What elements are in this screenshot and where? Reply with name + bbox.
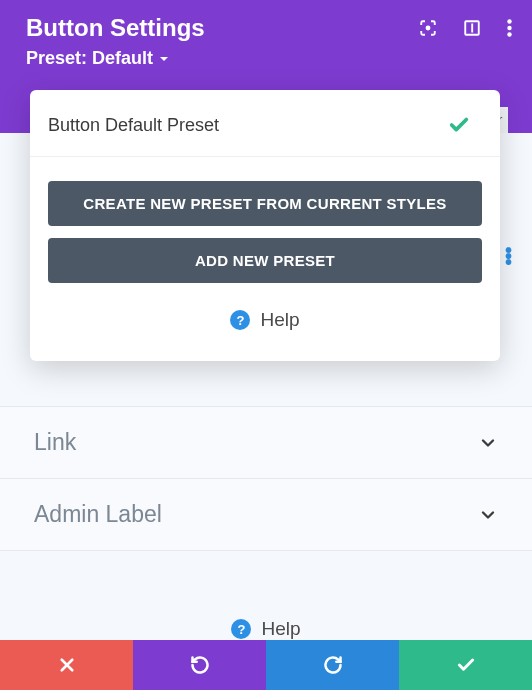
chevron-down-icon [478,505,498,525]
popover-help[interactable]: ? Help [30,309,500,331]
create-preset-button[interactable]: CREATE NEW PRESET FROM CURRENT STYLES [48,181,482,226]
chevron-down-icon [478,433,498,453]
svg-point-4 [507,26,511,30]
svg-rect-2 [471,24,473,33]
preset-item-default[interactable]: Button Default Preset [30,90,500,157]
preset-buttons: CREATE NEW PRESET FROM CURRENT STYLES AD… [30,157,500,283]
add-preset-button[interactable]: ADD NEW PRESET [48,238,482,283]
header-icons [419,19,512,37]
page-title: Button Settings [26,14,205,42]
action-bar [0,640,532,690]
accordion-admin-label[interactable]: Admin Label [0,479,532,551]
close-icon [58,656,76,674]
panel-icon[interactable] [463,19,481,37]
popover-help-label: Help [260,309,299,331]
redo-icon [323,655,343,675]
undo-button[interactable] [133,640,266,690]
header-top-row: Button Settings [26,14,512,42]
accordion-link-label: Link [34,429,76,456]
bottom-help[interactable]: ? Help [0,618,532,640]
help-icon: ? [230,310,250,330]
header: Button Settings Preset: Defau [0,0,532,79]
overflow-dots-icon[interactable]: ••• [505,248,512,266]
accordion-admin-label-text: Admin Label [34,501,162,528]
cancel-button[interactable] [0,640,133,690]
check-icon [448,114,470,136]
check-icon [456,655,476,675]
redo-button[interactable] [266,640,399,690]
preset-item-label: Button Default Preset [48,115,219,136]
help-icon: ? [231,619,251,639]
svg-point-3 [507,19,511,23]
preset-label: Preset: Default [26,48,153,69]
svg-point-5 [507,32,511,36]
undo-icon [190,655,210,675]
preset-dropdown[interactable]: Preset: Default [26,48,512,69]
focus-icon[interactable] [419,19,437,37]
more-icon[interactable] [507,19,512,37]
confirm-button[interactable] [399,640,532,690]
bottom-help-label: Help [261,618,300,640]
svg-point-0 [427,27,430,30]
accordion-list: Link Admin Label [0,406,532,551]
chevron-down-icon [159,54,169,64]
accordion-link[interactable]: Link [0,407,532,479]
preset-popover: Button Default Preset CREATE NEW PRESET … [30,90,500,361]
